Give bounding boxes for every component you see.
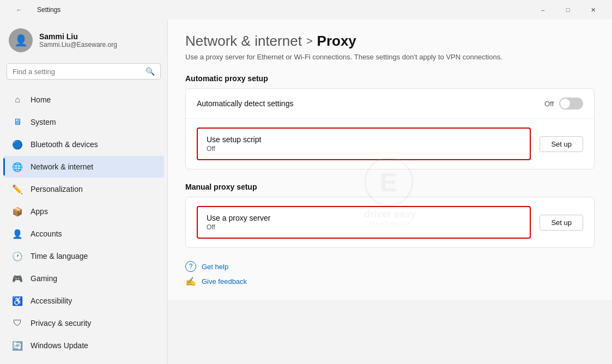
sidebar-item-personalization[interactable]: ✏️ Personalization	[3, 178, 164, 200]
get-help-label: Get help	[202, 263, 228, 271]
give-feedback-icon: ✍️	[185, 276, 196, 287]
system-icon: 🖥	[12, 117, 23, 128]
close-button[interactable]: ✕	[580, 0, 605, 20]
user-info: Sammi Liu Sammi.Liu@Easeware.org	[39, 32, 117, 48]
sidebar-item-label: Accessibility	[31, 296, 72, 305]
network-icon: 🌐	[12, 161, 23, 172]
sidebar-item-windowsupdate[interactable]: 🔄 Windows Update	[3, 335, 164, 356]
accessibility-icon: ♿	[12, 295, 23, 306]
sidebar-item-label: Time & language	[31, 252, 88, 260]
sidebar-item-label: Accounts	[31, 229, 62, 238]
sidebar-item-apps[interactable]: 📦 Apps	[3, 201, 164, 222]
give-feedback-link[interactable]: ✍️ Give feedback	[185, 276, 595, 287]
sidebar-item-bluetooth[interactable]: 🔵 Bluetooth & devices	[3, 134, 164, 155]
maximize-button[interactable]: □	[555, 0, 580, 20]
accounts-icon: 👤	[12, 228, 23, 239]
sidebar: 👤 Sammi Liu Sammi.Liu@Easeware.org 🔍 ⌂ H…	[0, 20, 168, 364]
sidebar-item-accounts[interactable]: 👤 Accounts	[3, 223, 164, 245]
section-title-manual: Manual proxy setup	[185, 183, 595, 191]
app-title: Settings	[37, 6, 60, 14]
sidebar-item-label: Home	[31, 95, 51, 104]
main-content: Network & internet > Proxy Use a proxy s…	[168, 20, 612, 300]
breadcrumb-sep: >	[306, 35, 313, 47]
breadcrumb-parent: Network & internet	[185, 33, 302, 50]
bluetooth-icon: 🔵	[12, 139, 23, 150]
sidebar-item-label: Windows Update	[31, 341, 88, 350]
privacy-icon: 🛡	[12, 318, 23, 329]
section-title-automatic: Automatic proxy setup	[185, 74, 595, 83]
proxy-server-row: Use a proxy server Off Set up	[186, 197, 594, 247]
time-icon: 🕐	[12, 251, 23, 262]
search-icon: 🔍	[146, 67, 155, 76]
search-box[interactable]: 🔍	[7, 63, 161, 80]
setup-script-highlight: Use setup script Off	[197, 128, 531, 160]
auto-detect-row: Automatically detect settings Off	[186, 89, 594, 119]
get-help-icon: ?	[185, 261, 196, 272]
proxy-server-setup-button[interactable]: Set up	[540, 215, 583, 230]
sidebar-item-gaming[interactable]: 🎮 Gaming	[3, 268, 164, 289]
proxy-server-label: Use a proxy server	[207, 214, 521, 222]
apps-icon: 📦	[12, 206, 23, 217]
bottom-links: ? Get help ✍️ Give feedback	[185, 261, 595, 287]
nav-list: ⌂ Home 🖥 System 🔵 Bluetooth & devices 🌐 …	[0, 86, 167, 359]
breadcrumb: Network & internet > Proxy	[185, 33, 595, 50]
auto-detect-label: Automatically detect settings	[197, 99, 293, 108]
proxy-server-status: Off	[207, 223, 521, 231]
sidebar-item-home[interactable]: ⌂ Home	[3, 89, 164, 111]
sidebar-item-label: Bluetooth & devices	[31, 140, 98, 149]
user-profile[interactable]: 👤 Sammi Liu Sammi.Liu@Easeware.org	[0, 20, 167, 63]
sidebar-item-network[interactable]: 🌐 Network & internet	[3, 156, 164, 178]
page-title: Proxy	[317, 33, 356, 50]
automatic-proxy-card: Automatically detect settings Off Use se…	[185, 88, 595, 169]
title-bar: ← Settings – □ ✕	[0, 0, 612, 20]
sidebar-item-label: Privacy & security	[31, 319, 91, 327]
minimize-button[interactable]: –	[530, 0, 555, 20]
sidebar-item-label: Network & internet	[31, 162, 93, 171]
get-help-link[interactable]: ? Get help	[185, 261, 595, 272]
sidebar-item-time[interactable]: 🕐 Time & language	[3, 245, 164, 267]
auto-detect-toggle[interactable]	[559, 98, 583, 110]
back-button[interactable]: ←	[7, 0, 32, 20]
sidebar-item-label: Personalization	[31, 185, 83, 193]
sidebar-item-label: Gaming	[31, 274, 57, 283]
setup-script-row: Use setup script Off Set up	[186, 119, 594, 169]
user-email: Sammi.Liu@Easeware.org	[39, 41, 117, 48]
give-feedback-label: Give feedback	[202, 277, 247, 286]
sidebar-item-privacy[interactable]: 🛡 Privacy & security	[3, 312, 164, 334]
update-icon: 🔄	[12, 340, 23, 351]
home-icon: ⌂	[12, 94, 23, 105]
gaming-icon: 🎮	[12, 273, 23, 284]
search-input[interactable]	[13, 68, 141, 76]
sidebar-item-accessibility[interactable]: ♿ Accessibility	[3, 290, 164, 312]
setup-script-label: Use setup script	[207, 135, 521, 144]
avatar: 👤	[9, 28, 33, 52]
personalization-icon: ✏️	[12, 184, 23, 195]
sidebar-item-label: System	[31, 118, 56, 126]
auto-detect-status: Off	[544, 100, 554, 108]
proxy-server-highlight: Use a proxy server Off	[197, 206, 531, 239]
sidebar-item-label: Apps	[31, 207, 48, 216]
page-subtitle: Use a proxy server for Ethernet or Wi-Fi…	[185, 53, 595, 61]
user-name: Sammi Liu	[39, 32, 117, 41]
sidebar-item-system[interactable]: 🖥 System	[3, 111, 164, 133]
setup-script-status: Off	[207, 145, 521, 153]
manual-proxy-card: Use a proxy server Off Set up	[185, 197, 595, 248]
setup-script-button[interactable]: Set up	[540, 136, 583, 152]
